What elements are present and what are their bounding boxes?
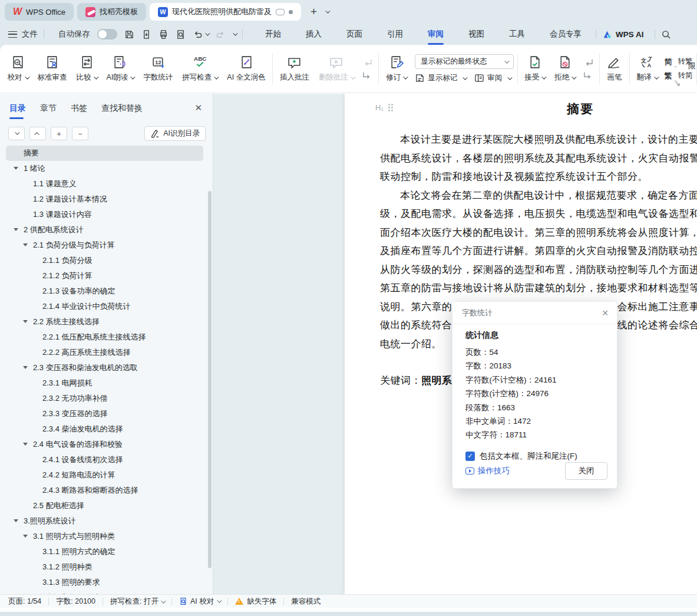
tab-preview-icon[interactable] <box>276 9 285 15</box>
new-tab-button[interactable]: + <box>310 5 317 18</box>
collapse-arrow-icon[interactable] <box>14 519 18 525</box>
zoom-out-outline-button[interactable]: － <box>72 127 88 140</box>
hamburger-menu-icon[interactable] <box>8 31 17 38</box>
toc-item[interactable]: 2.3.4 柴油发电机的选择 <box>6 421 203 437</box>
toc-item[interactable]: 3.1.3 照明的要求 <box>6 575 203 590</box>
toc-item[interactable]: 2.3 变压器和柴油发电机的选取 <box>6 360 203 375</box>
sidebar-close-icon[interactable]: ✕ <box>194 103 202 113</box>
next-comment-icon[interactable] <box>362 71 372 79</box>
sidebar-tab-chapters[interactable]: 章节 <box>40 103 57 119</box>
collapse-arrow-icon[interactable] <box>23 243 28 249</box>
sidebar-tab-find-replace[interactable]: 查找和替换 <box>101 103 143 119</box>
toc-item[interactable]: 2.2.1 低压配电系统主接线选择 <box>6 330 203 345</box>
toc-item[interactable]: 3.2 光源和灯具的选取 <box>6 590 203 594</box>
toolbar-more-caret-icon[interactable] <box>233 31 237 35</box>
collapse-arrow-icon[interactable] <box>23 366 28 371</box>
status-word-count[interactable]: 字数: 20100 <box>56 597 95 607</box>
status-ai-proofread[interactable]: AI 校对 <box>179 597 220 607</box>
toc-item[interactable]: 2.4.2 短路电流的计算 <box>6 467 203 483</box>
ink-brush-button[interactable]: 画笔 <box>602 52 626 85</box>
status-compat-mode[interactable]: 兼容模式 <box>291 597 321 607</box>
expand-all-button[interactable] <box>8 127 25 140</box>
markup-state-dropdown[interactable]: 显示标记的最终状态 <box>415 54 514 69</box>
ai-read-aloud-button[interactable]: AI朗读 <box>102 52 139 85</box>
close-dialog-button[interactable]: 关闭 <box>565 462 607 480</box>
menu-item-引用[interactable]: 引用 <box>386 25 404 43</box>
menu-item-视图[interactable]: 视图 <box>467 25 485 43</box>
checkbox-checked-icon[interactable]: ✓ <box>465 452 475 461</box>
sidebar-tab-bookmarks[interactable]: 书签 <box>71 103 87 119</box>
restrict-edit-button-clipped[interactable]: 限 <box>688 61 696 71</box>
translate-button[interactable]: 文A 翻译 <box>632 52 662 85</box>
ai-polish-button[interactable]: AI 全文润色 <box>222 52 270 85</box>
tab-docer-templates[interactable]: 找稻壳模板 <box>77 3 146 21</box>
toc-item[interactable]: 3.1.2 照明种类 <box>6 559 203 575</box>
next-revision-icon[interactable] <box>583 71 593 79</box>
toc-item[interactable]: 2.3.2 无功功率补偿 <box>6 391 203 406</box>
toc-item[interactable]: 2.1.4 毕业设计中负荷统计 <box>6 299 203 314</box>
toc-item[interactable]: 1.2 课题设计基本情况 <box>6 192 203 207</box>
tab-wps-office[interactable]: W WPS Office <box>5 3 74 21</box>
toc-item[interactable]: 2.2 系统主接线选择 <box>6 314 203 330</box>
menu-item-插入[interactable]: 插入 <box>305 25 323 43</box>
zoom-in-outline-button[interactable]: ＋ <box>51 127 67 140</box>
accept-revision-button[interactable]: 接受 <box>520 52 550 85</box>
menu-item-工具[interactable]: 工具 <box>508 25 526 43</box>
track-changes-button[interactable]: 修订 <box>381 52 411 85</box>
dialog-close-icon[interactable]: ✕ <box>602 308 609 318</box>
toc-item[interactable]: 2.3.1 电网损耗 <box>6 375 203 391</box>
autosave-toggle[interactable] <box>97 29 117 39</box>
include-textbox-checkbox-row[interactable]: ✓ 包括文本框、脚注和尾注(F) <box>465 451 605 462</box>
word-count-button[interactable]: 12 字数统计 <box>138 52 177 85</box>
toc-item[interactable]: 2.1.2 负荷计算 <box>6 268 203 284</box>
insert-comment-button[interactable]: 插入批注 <box>275 52 314 85</box>
tab-current-document[interactable]: W 现代化医院照明供配电防雷及 <box>150 3 301 21</box>
review-pane-button[interactable]: 审阅 <box>474 73 511 83</box>
toc-item[interactable]: 2 供配电系统设计 <box>6 222 203 238</box>
toc-item[interactable]: 3.1.1 照明方式的确定 <box>6 544 203 559</box>
menu-item-开始[interactable]: 开始 <box>264 25 282 43</box>
toc-item[interactable]: 2.1 负荷分级与负荷计算 <box>6 238 203 253</box>
save-icon[interactable] <box>124 29 134 39</box>
toc-item[interactable]: 2.4.1 设备线缆初次选择 <box>6 452 203 467</box>
toc-item[interactable]: 1.1 课题意义 <box>6 176 203 192</box>
collapse-all-button[interactable] <box>29 127 46 140</box>
delete-comment-button[interactable]: 删除批注 <box>314 52 359 85</box>
previous-revision-icon[interactable] <box>583 58 593 66</box>
toc-item[interactable]: 2.2.2 高压系统主接线选择 <box>6 345 203 360</box>
toc-item[interactable]: 3.照明系统设计 <box>6 513 203 529</box>
toc-item[interactable]: 1.3 课题设计内容 <box>6 207 203 222</box>
previous-comment-icon[interactable] <box>362 58 372 66</box>
menu-item-会员专享[interactable]: 会员专享 <box>549 25 583 43</box>
search-icon[interactable] <box>661 29 671 39</box>
print-preview-icon[interactable] <box>176 29 186 39</box>
sidebar-scrollbar[interactable] <box>208 191 212 568</box>
toc-item[interactable]: 摘要 <box>6 146 203 161</box>
toc-item[interactable]: 2.4.3 断路器和熔断器的选择 <box>6 483 203 498</box>
menu-item-审阅[interactable]: 审阅 <box>427 25 445 43</box>
to-simplified-button[interactable]: 繁 转简 <box>665 71 693 81</box>
collapse-arrow-icon[interactable] <box>14 167 18 172</box>
undo-caret-icon[interactable] <box>205 31 210 35</box>
reject-revision-button[interactable]: 拒绝 <box>550 52 580 85</box>
toc-item[interactable]: 1 绪论 <box>6 161 203 176</box>
toc-item[interactable]: 2.1.1 负荷分级 <box>6 253 203 268</box>
toc-item[interactable]: 3.1 照明方式与照明种类 <box>6 529 203 544</box>
collapse-arrow-icon[interactable] <box>23 320 28 325</box>
compare-button[interactable]: 比较 <box>72 52 102 85</box>
collapse-arrow-icon[interactable] <box>14 228 18 233</box>
undo-button[interactable] <box>193 29 209 39</box>
file-menu[interactable]: 文件 <box>22 29 38 39</box>
status-missing-font[interactable]: 缺失字体 <box>235 597 276 607</box>
toc-item[interactable]: 2.4 电气设备的选择和校验 <box>6 437 203 452</box>
dialog-header[interactable]: 字数统计 ✕ <box>452 302 617 324</box>
print-icon[interactable] <box>158 29 169 39</box>
collapse-arrow-icon[interactable] <box>23 443 28 448</box>
export-pdf-icon[interactable] <box>141 29 151 39</box>
status-spell-check[interactable]: 拼写检查: 打开 <box>110 597 164 607</box>
toc-item[interactable]: 2.5 配电柜选择 <box>6 498 203 513</box>
redo-icon[interactable] <box>216 29 226 39</box>
spell-check-button[interactable]: ABC 拼写检查 <box>177 52 222 85</box>
toc-item[interactable]: 2.1.3 设备功率的确定 <box>6 284 203 299</box>
wps-ai-menu[interactable]: WPS AI <box>602 29 644 39</box>
